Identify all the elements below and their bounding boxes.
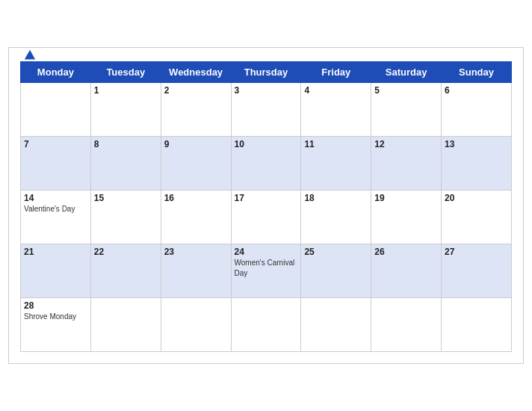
day-event: Shrove Monday (24, 312, 76, 321)
calendar-day-cell: 16 (161, 191, 231, 244)
day-number: 25 (304, 247, 368, 257)
day-number: 7 (24, 139, 87, 149)
calendar-week-row: 123456 (21, 83, 512, 137)
calendar-day-cell: 14Valentine's Day (21, 191, 91, 244)
calendar-week-row: 28Shrove Monday (21, 298, 512, 352)
calendar-day-cell: 2 (161, 83, 231, 137)
calendar-day-cell: 7 (21, 137, 91, 191)
day-number: 6 (445, 85, 508, 96)
weekday-header: Thursday (231, 62, 301, 83)
day-number: 9 (164, 139, 228, 149)
calendar-day-cell: 6 (442, 83, 512, 137)
calendar-day-cell: 28Shrove Monday (21, 298, 91, 352)
calendar-day-cell (21, 83, 91, 137)
brand-name (20, 49, 37, 62)
calendar-day-cell: 24Women's Carnival Day (231, 244, 301, 298)
day-number: 4 (304, 85, 368, 96)
day-number: 11 (304, 139, 368, 149)
day-number: 5 (374, 85, 438, 96)
day-number: 18 (304, 193, 368, 203)
calendar-day-cell: 13 (442, 137, 512, 191)
calendar-table: MondayTuesdayWednesdayThursdayFridaySatu… (20, 61, 512, 352)
calendar-day-cell: 5 (371, 83, 442, 137)
calendar-day-cell: 8 (90, 137, 161, 191)
day-event: Women's Carnival Day (235, 259, 295, 277)
calendar-day-cell: 11 (301, 137, 371, 191)
calendar-day-cell: 4 (301, 83, 371, 137)
day-number: 26 (374, 247, 438, 257)
calendar-day-cell: 17 (231, 191, 301, 244)
day-number: 13 (445, 139, 508, 149)
day-number: 1 (94, 85, 158, 96)
day-number: 10 (235, 139, 298, 149)
calendar-day-cell (90, 298, 161, 352)
calendar-day-cell (301, 298, 371, 352)
calendar-week-row: 14Valentine's Day151617181920 (21, 191, 512, 244)
calendar-day-cell (442, 298, 512, 352)
day-number: 19 (374, 193, 438, 203)
weekday-header: Friday (301, 62, 371, 83)
day-number: 2 (164, 85, 228, 96)
day-number: 20 (445, 193, 508, 203)
day-number: 22 (94, 247, 158, 257)
calendar-day-cell: 21 (21, 244, 91, 298)
calendar-wrapper: MondayTuesdayWednesdayThursdayFridaySatu… (8, 47, 524, 364)
day-number: 15 (94, 193, 158, 203)
calendar-week-row: 78910111213 (21, 137, 512, 191)
weekday-header: Wednesday (161, 62, 231, 83)
brand (20, 49, 37, 62)
day-event: Valentine's Day (24, 205, 75, 213)
calendar-day-cell: 25 (301, 244, 371, 298)
day-number: 16 (164, 193, 228, 203)
day-number: 8 (94, 139, 158, 149)
day-number: 24 (235, 247, 298, 257)
calendar-day-cell (161, 298, 231, 352)
weekday-header: Monday (21, 62, 91, 83)
calendar-week-row: 21222324Women's Carnival Day252627 (21, 244, 512, 298)
day-number: 17 (235, 193, 298, 203)
calendar-day-cell (371, 298, 442, 352)
calendar-day-cell: 22 (90, 244, 161, 298)
calendar-day-cell: 23 (161, 244, 231, 298)
weekday-header: Saturday (371, 62, 442, 83)
calendar-day-cell: 20 (442, 191, 512, 244)
weekday-header: Tuesday (90, 62, 161, 83)
day-number: 27 (445, 247, 508, 257)
brand-logo-icon (23, 49, 37, 62)
day-number: 14 (24, 193, 87, 203)
calendar-day-cell: 12 (371, 137, 442, 191)
day-number: 23 (164, 247, 228, 257)
day-number: 3 (235, 85, 298, 96)
day-number: 21 (24, 247, 87, 257)
weekday-header: Sunday (442, 62, 512, 83)
calendar-day-cell: 1 (90, 83, 161, 137)
day-number: 28 (24, 300, 87, 311)
calendar-day-cell: 15 (90, 191, 161, 244)
calendar-day-cell: 18 (301, 191, 371, 244)
day-number: 12 (374, 139, 438, 149)
weekday-header-row: MondayTuesdayWednesdayThursdayFridaySatu… (21, 62, 512, 83)
svg-marker-0 (25, 50, 35, 60)
calendar-day-cell: 9 (161, 137, 231, 191)
calendar-day-cell: 27 (442, 244, 512, 298)
calendar-day-cell: 10 (231, 137, 301, 191)
calendar-day-cell: 26 (371, 244, 442, 298)
calendar-day-cell: 19 (371, 191, 442, 244)
calendar-day-cell: 3 (231, 83, 301, 137)
calendar-day-cell (231, 298, 301, 352)
